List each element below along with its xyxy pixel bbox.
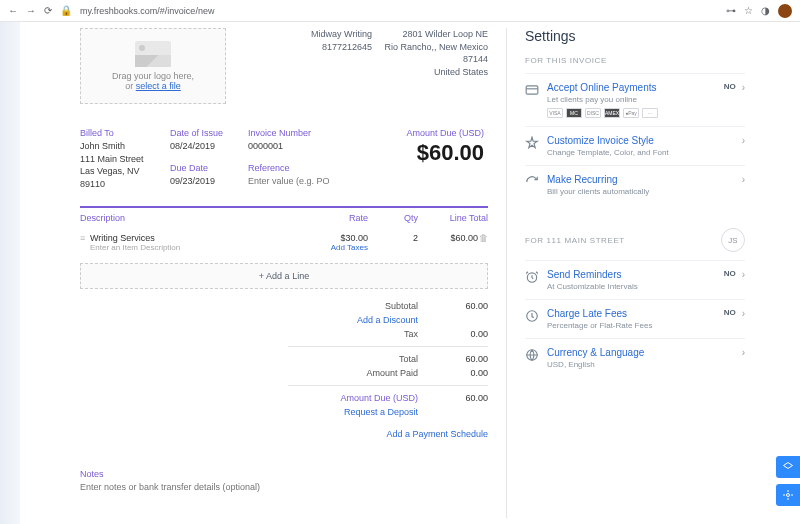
issue-date-value[interactable]: 08/24/2019 <box>170 140 244 153</box>
setting-invoice-style[interactable]: Customize Invoice Style Change Template,… <box>525 126 745 165</box>
settings-section-client: FOR 111 MAIN STREET <box>525 236 625 245</box>
setting-currency-language[interactable]: Currency & Language USD, English › <box>525 338 745 377</box>
feedback-button[interactable] <box>776 484 800 506</box>
amount-due-value: $60.00 <box>336 140 484 166</box>
svg-rect-0 <box>526 86 538 94</box>
logo-dropzone[interactable]: Drag your logo here, or select a file <box>80 28 226 104</box>
due-date-label: Due Date <box>170 163 244 173</box>
chevron-right-icon: › <box>742 269 745 280</box>
back-icon[interactable]: ← <box>8 5 18 16</box>
image-placeholder-icon <box>135 41 171 67</box>
logo-drag-label: Drag your logo here, <box>112 71 194 81</box>
lock-icon: 🔒 <box>60 5 72 16</box>
chevron-right-icon: › <box>742 135 745 146</box>
subtotal-value: 60.00 <box>418 301 488 311</box>
company-block: Midway Writing 8177212645 2801 Wilder Lo… <box>301 28 488 78</box>
settings-panel: Settings FOR THIS INVOICE Accept Online … <box>525 22 749 524</box>
invno-value[interactable]: 0000001 <box>248 140 332 153</box>
company-country: United States <box>384 66 488 79</box>
help-button[interactable] <box>776 456 800 478</box>
apple-pay-icon: ●Pay <box>623 108 639 118</box>
settings-section-invoice: FOR THIS INVOICE <box>525 56 745 65</box>
request-deposit-link[interactable]: Request a Deposit <box>298 407 418 417</box>
company-phone[interactable]: 8177212645 <box>311 41 372 54</box>
toggle-no-badge: NO <box>724 82 736 91</box>
amount-due-total-label: Amount Due (USD) <box>298 393 418 403</box>
add-discount-link[interactable]: Add a Discount <box>298 315 418 325</box>
tax-label: Tax <box>298 329 418 339</box>
company-name[interactable]: Midway Writing <box>311 28 372 41</box>
forward-icon[interactable]: → <box>26 5 36 16</box>
app-sidebar <box>0 22 20 524</box>
amex-icon: AMEX <box>604 108 620 118</box>
invoice-notes: Notes <box>80 469 488 492</box>
invoice-totals: Subtotal60.00 Add a Discount Tax0.00 Tot… <box>80 299 488 441</box>
card-icon <box>525 83 539 97</box>
company-addr1: 2801 Wilder Loop NE <box>384 28 488 41</box>
chevron-right-icon: › <box>742 308 745 319</box>
globe-icon <box>525 348 539 362</box>
company-addr2: Rio Rancho,, New Mexico <box>384 41 488 54</box>
setting-late-fees[interactable]: Charge Late Fees Percentage or Flat-Rate… <box>525 299 745 338</box>
line-item-rate[interactable]: $30.00 <box>308 233 368 243</box>
reference-label: Reference <box>248 163 332 173</box>
delete-line-icon[interactable]: 🗑 <box>478 233 488 243</box>
palette-icon <box>525 136 539 150</box>
line-item-total: $60.00 <box>418 233 478 243</box>
more-pay-icon: ··· <box>642 108 658 118</box>
settings-title: Settings <box>525 28 745 44</box>
line-item-qty[interactable]: 2 <box>368 233 418 243</box>
discover-icon: DISC <box>585 108 601 118</box>
alarm-icon <box>525 270 539 284</box>
invno-label: Invoice Number <box>248 128 332 138</box>
total-label: Total <box>298 354 418 364</box>
notes-label: Notes <box>80 469 488 479</box>
address-bar[interactable]: my.freshbooks.com/#/invoice/new <box>80 6 718 16</box>
visa-icon: VISA <box>547 108 563 118</box>
client-initials-badge[interactable]: JS <box>721 228 745 252</box>
add-line-button[interactable]: + Add a Line <box>80 263 488 289</box>
mastercard-icon: MC <box>566 108 582 118</box>
billed-to-label: Billed To <box>80 128 166 138</box>
floating-action-buttons <box>776 456 800 506</box>
logo-select-link[interactable]: select a file <box>136 81 181 91</box>
paid-value: 0.00 <box>418 368 488 378</box>
payment-schedule-link[interactable]: Add a Payment Schedule <box>298 429 488 439</box>
line-items-header: Description Rate Qty Line Total <box>80 206 488 228</box>
chevron-right-icon: › <box>742 82 745 93</box>
tax-value: 0.00 <box>418 329 488 339</box>
billed-to-value[interactable]: John Smith 111 Main Street Las Vegas, NV… <box>80 140 166 190</box>
chevron-right-icon: › <box>742 174 745 185</box>
paid-label: Amount Paid <box>298 368 418 378</box>
extension-icon[interactable]: ◑ <box>761 5 770 16</box>
line-item-name[interactable]: Writing Services <box>90 233 308 243</box>
payment-method-icons: VISA MC DISC AMEX ●Pay ··· <box>547 108 718 118</box>
subtotal-label: Subtotal <box>298 301 418 311</box>
total-value: 60.00 <box>418 354 488 364</box>
line-item-desc-placeholder[interactable]: Enter an Item Description <box>90 243 308 252</box>
profile-avatar[interactable] <box>778 4 792 18</box>
issue-date-label: Date of Issue <box>170 128 244 138</box>
chevron-right-icon: › <box>742 347 745 358</box>
toggle-no-badge: NO <box>724 269 736 278</box>
setting-recurring[interactable]: Make Recurring Bill your clients automat… <box>525 165 745 204</box>
invoice-editor: Drag your logo here, or select a file Mi… <box>80 22 488 524</box>
setting-online-payments[interactable]: Accept Online Payments Let clients pay y… <box>525 73 745 126</box>
company-zip: 87144 <box>384 53 488 66</box>
key-icon[interactable]: ⊶ <box>726 5 736 16</box>
amount-due-label: Amount Due (USD) <box>336 128 484 138</box>
notes-input[interactable] <box>80 482 488 492</box>
browser-toolbar: ← → ⟳ 🔒 my.freshbooks.com/#/invoice/new … <box>0 0 800 22</box>
add-taxes-link[interactable]: Add Taxes <box>308 243 368 252</box>
due-date-value[interactable]: 09/23/2019 <box>170 175 244 188</box>
toggle-no-badge: NO <box>724 308 736 317</box>
star-icon[interactable]: ☆ <box>744 5 753 16</box>
setting-reminders[interactable]: Send Reminders At Customizable Intervals… <box>525 260 745 299</box>
svg-point-5 <box>787 494 790 497</box>
fee-icon <box>525 309 539 323</box>
reference-input[interactable] <box>248 176 332 186</box>
refresh-icon <box>525 175 539 189</box>
reload-icon[interactable]: ⟳ <box>44 5 52 16</box>
line-item-row[interactable]: ≡ Writing Services Enter an Item Descrip… <box>80 228 488 257</box>
drag-handle-icon[interactable]: ≡ <box>80 233 90 243</box>
